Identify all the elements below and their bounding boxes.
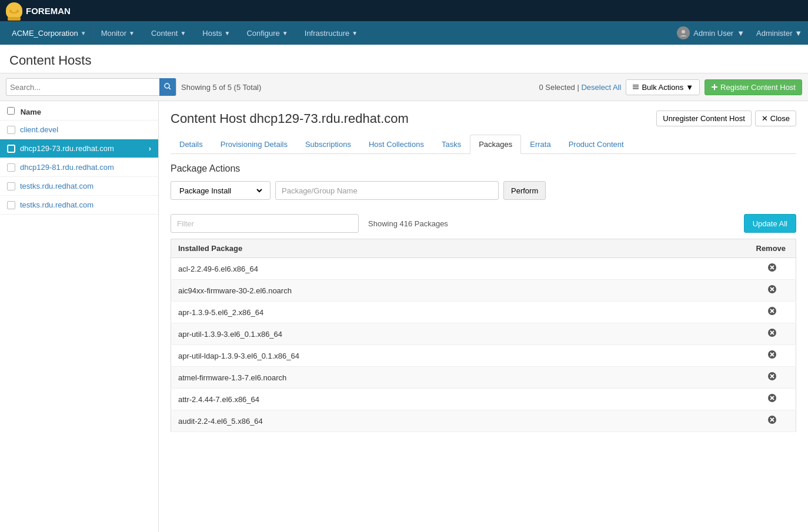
administer-link[interactable]: Administer ▼ [756,29,802,38]
tab-packages[interactable]: Packages [470,135,521,154]
filter-input[interactable] [171,214,359,233]
remove-cell [749,323,796,345]
content-area: Content Host dhcp129-73.rdu.redhat.com U… [159,101,808,532]
toolbar: Showing 5 of 5 (5 Total) 0 Selected | De… [0,73,808,101]
nav-configure[interactable]: Configure ▼ [238,21,296,45]
package-actions-section: Package Actions Package Install Package … [171,163,796,200]
chevron-down-icon: ▼ [352,30,358,36]
sidebar-item-host-2[interactable]: dhcp129-73.rdu.redhat.com › [0,139,158,158]
tab-tasks[interactable]: Tasks [433,135,470,154]
svg-rect-7 [633,88,639,89]
host-checkbox-1[interactable] [7,126,15,134]
remove-cell [749,389,796,410]
svg-rect-5 [633,85,639,86]
host-checkbox-5[interactable] [7,201,15,209]
sidebar-item-host-1[interactable]: client.devel [0,121,158,139]
page-title: Content Hosts [0,45,808,73]
remove-circle-icon[interactable] [767,263,777,272]
remove-icon[interactable] [767,329,777,339]
remove-circle-icon[interactable] [767,372,777,381]
svg-line-4 [169,88,171,89]
tab-provisioning[interactable]: Provisioning Details [212,135,296,154]
bulk-actions-button[interactable]: Bulk Actions ▼ [626,79,700,95]
remove-circle-icon[interactable] [767,393,777,403]
tab-details[interactable]: Details [171,135,212,154]
remove-cell [749,302,796,323]
table-row: apr-1.3.9-5.el6_2.x86_64 [171,302,796,323]
tab-errata[interactable]: Errata [521,135,559,154]
remove-icon[interactable] [767,264,777,274]
host-link-1[interactable]: client.devel [20,125,58,134]
tab-product-content[interactable]: Product Content [560,135,633,154]
update-all-button[interactable]: Update All [744,214,796,233]
packages-count: Showing 416 Packages [368,219,744,228]
sidebar-item-host-4[interactable]: testks.rdu.redhat.com [0,177,158,196]
action-select[interactable]: Package Install Package Update Package R… [177,186,264,196]
tabs: Details Provisioning Details Subscriptio… [171,135,796,154]
perform-button[interactable]: Perform [503,181,546,200]
app-name: FOREMAN [26,6,71,16]
sidebar-item-host-3[interactable]: dhcp129-81.rdu.redhat.com [0,158,158,177]
package-name-cell: audit-2.2-4.el6_5.x86_64 [171,410,749,432]
user-name: Admin User [693,29,733,38]
remove-icon[interactable] [767,307,777,317]
org-name: ACME_Corporation [12,29,78,38]
col-remove-header: Remove [749,239,796,258]
user-dropdown-icon: ▼ [737,29,744,38]
host-link-4[interactable]: testks.rdu.redhat.com [20,182,94,190]
host-link-5[interactable]: testks.rdu.redhat.com [20,200,94,209]
org-dropdown-icon: ▼ [81,30,86,36]
nav-hosts[interactable]: Hosts ▼ [194,21,238,45]
search-input[interactable] [10,83,159,92]
chevron-down-icon: ▼ [180,30,186,36]
host-checkbox-3[interactable] [7,163,15,172]
search-button[interactable] [159,78,176,96]
package-name-cell: aic94xx-firmware-30-2.el6.noarch [171,280,749,302]
remove-circle-icon[interactable] [767,415,777,424]
content-host-heading: Content Host dhcp129-73.rdu.redhat.com [171,111,409,126]
remove-icon[interactable] [767,286,777,296]
table-row: apr-util-1.3.9-3.el6_0.1.x86_64 [171,323,796,345]
foreman-logo [6,2,22,19]
host-link-3[interactable]: dhcp129-81.rdu.redhat.com [20,163,114,172]
times-icon: ✕ [762,114,768,123]
package-name-input[interactable] [275,181,499,200]
org-selector[interactable]: ACME_Corporation ▼ [6,21,93,45]
user-menu[interactable]: Admin User ▼ Administer ▼ [677,26,802,39]
package-name-cell: apr-util-ldap-1.3.9-3.el6_0.1.x86_64 [171,345,749,367]
remove-cell [749,258,796,280]
tab-subscriptions[interactable]: Subscriptions [296,135,360,154]
remove-cell [749,345,796,367]
remove-cell [749,410,796,432]
nav-infrastructure[interactable]: Infrastructure ▼ [296,21,366,45]
deselect-all-link[interactable]: Deselect All [581,83,621,92]
remove-icon[interactable] [767,394,777,404]
register-content-host-button[interactable]: Register Content Host [705,79,802,95]
remove-icon[interactable] [767,416,777,426]
host-checkbox-2[interactable] [7,145,15,153]
remove-icon[interactable] [767,373,777,383]
remove-circle-icon[interactable] [767,285,777,294]
package-name-cell: atmel-firmware-1.3-7.el6.noarch [171,367,749,389]
remove-icon[interactable] [767,351,777,361]
host-link-2[interactable]: dhcp129-73.rdu.redhat.com [20,144,114,153]
nav-content[interactable]: Content ▼ [143,21,194,45]
table-row: attr-2.4.44-7.el6.x86_64 [171,389,796,410]
close-button[interactable]: ✕ Close [755,111,796,126]
remove-circle-icon[interactable] [767,306,777,316]
logo-area[interactable]: FOREMAN [6,2,71,19]
top-navbar: FOREMAN [0,0,808,21]
unregister-button[interactable]: Unregister Content Host [656,111,751,126]
package-name-cell: acl-2.2.49-6.el6.x86_64 [171,258,749,280]
package-name-cell: attr-2.4.44-7.el6.x86_64 [171,389,749,410]
remove-circle-icon[interactable] [767,350,777,359]
remove-circle-icon[interactable] [767,328,777,337]
action-select-wrapper[interactable]: Package Install Package Update Package R… [171,181,271,200]
col-package-header: Installed Package [171,239,749,258]
sidebar-item-host-5[interactable]: testks.rdu.redhat.com [0,196,158,215]
tab-host-collections[interactable]: Host Collections [360,135,433,154]
select-all-checkbox[interactable] [7,107,15,115]
host-checkbox-4[interactable] [7,182,15,190]
table-row: aic94xx-firmware-30-2.el6.noarch [171,280,796,302]
nav-monitor[interactable]: Monitor ▼ [93,21,143,45]
